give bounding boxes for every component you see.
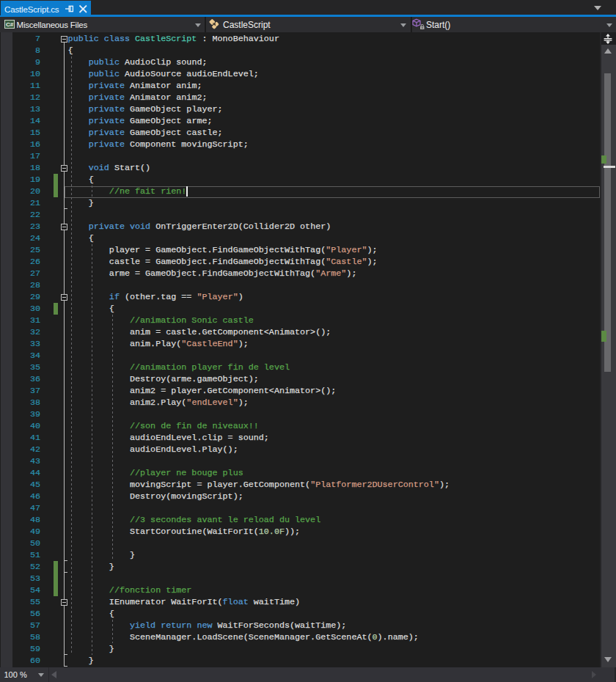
svg-text:C#: C# <box>6 21 14 28</box>
